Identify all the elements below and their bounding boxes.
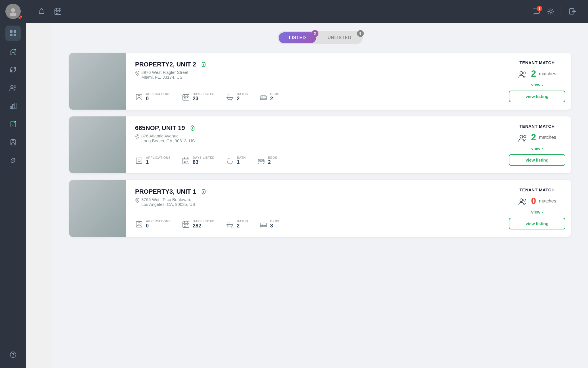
days-icon-1 bbox=[182, 93, 190, 101]
svg-point-76 bbox=[137, 199, 138, 200]
link-icon-3[interactable] bbox=[199, 187, 208, 196]
unlisted-badge: 9 bbox=[357, 30, 364, 37]
property-address-3: 8765 West Pico Boulevard Los Angeles, CA… bbox=[135, 197, 494, 207]
view-link-3[interactable]: view › bbox=[531, 210, 543, 214]
match-count-2: 2 bbox=[531, 132, 536, 143]
svg-rect-5 bbox=[14, 34, 16, 36]
svg-point-78 bbox=[138, 223, 140, 225]
tab-unlisted[interactable]: UNLISTED 9 bbox=[317, 32, 362, 43]
property-title-row-2: 665NOP, UNIT 19 bbox=[135, 124, 494, 132]
stat-applications-3: APPLICATIONS 0 bbox=[135, 219, 171, 229]
bed-icon-1 bbox=[259, 93, 267, 101]
link-icon-2[interactable] bbox=[188, 124, 197, 133]
sidebar-item-documents[interactable] bbox=[5, 116, 21, 132]
bell-icon[interactable] bbox=[37, 7, 45, 15]
svg-point-95 bbox=[520, 199, 523, 202]
property-card-1: PROPERTY2, UNIT 2 bbox=[69, 53, 571, 110]
sidebar-navigation bbox=[0, 26, 26, 168]
property-title-row-1: PROPERTY2, UNIT 2 bbox=[135, 61, 494, 68]
topbar-divider bbox=[562, 5, 562, 18]
svg-point-1 bbox=[10, 12, 16, 16]
stat-days-3: DAYS LISTED 282 bbox=[182, 219, 215, 229]
property-address-2: 876 Atlantic Avenue Long Beach, CA, 9081… bbox=[135, 133, 494, 143]
sidebar-item-home[interactable] bbox=[5, 44, 21, 59]
svg-rect-85 bbox=[187, 224, 188, 225]
user-avatar-container[interactable]: 📌 bbox=[0, 0, 26, 23]
days-icon-2 bbox=[182, 156, 190, 165]
match-label-3: matches bbox=[539, 198, 556, 204]
svg-rect-43 bbox=[187, 97, 188, 98]
location-icon-3 bbox=[135, 198, 140, 203]
match-label-1: matches bbox=[539, 71, 556, 76]
svg-point-54 bbox=[524, 72, 526, 74]
view-listing-btn-1[interactable]: view listing bbox=[509, 91, 565, 102]
sidebar-item-profile[interactable] bbox=[5, 135, 21, 150]
svg-point-96 bbox=[524, 199, 526, 201]
svg-point-16 bbox=[14, 121, 16, 123]
svg-rect-9 bbox=[10, 106, 12, 109]
chat-icon[interactable]: 1 bbox=[532, 7, 540, 15]
tenant-match-title-1: TENANT MATCH bbox=[519, 60, 555, 65]
tenant-icon-2 bbox=[518, 133, 528, 142]
stat-days-1: DAYS LISTED 23 bbox=[182, 92, 215, 102]
svg-point-20 bbox=[13, 356, 13, 357]
tenant-match-count-2: 2 matches bbox=[518, 132, 556, 143]
sidebar-item-help[interactable] bbox=[5, 347, 21, 362]
bath-icon-3 bbox=[226, 220, 234, 229]
svg-rect-26 bbox=[56, 11, 57, 12]
property-info-2: 665NOP, UNIT 19 bbox=[126, 116, 503, 173]
tenant-match-panel-1: TENANT MATCH 2 matches view › view listi… bbox=[503, 53, 571, 110]
calendar-icon[interactable] bbox=[54, 7, 62, 15]
property-address-1: 8976 West Flagler Street Miami, FL, 3317… bbox=[135, 70, 494, 80]
match-count-1: 2 bbox=[531, 68, 536, 79]
tenant-match-panel-3: TENANT MATCH 0 matches view › view listi… bbox=[503, 180, 571, 237]
location-icon-2 bbox=[135, 134, 140, 139]
svg-point-57 bbox=[138, 159, 140, 161]
sidebar: 📌 bbox=[0, 0, 26, 368]
tenant-match-count-3: 0 matches bbox=[518, 196, 556, 206]
svg-rect-63 bbox=[186, 161, 186, 162]
sidebar-item-grid[interactable] bbox=[5, 26, 21, 41]
view-link-1[interactable]: view › bbox=[531, 82, 543, 87]
svg-line-47 bbox=[228, 100, 228, 101]
gear-icon[interactable] bbox=[547, 7, 555, 15]
tab-listed[interactable]: LISTED 3 bbox=[279, 32, 316, 43]
sidebar-item-users[interactable] bbox=[5, 80, 21, 95]
svg-rect-29 bbox=[56, 13, 57, 14]
svg-point-36 bbox=[138, 95, 140, 98]
topbar: 1 bbox=[26, 0, 588, 23]
svg-rect-84 bbox=[186, 224, 186, 225]
applications-icon-1 bbox=[135, 93, 143, 101]
sidebar-item-link[interactable] bbox=[5, 153, 21, 168]
svg-point-75 bbox=[524, 135, 526, 138]
svg-line-69 bbox=[232, 163, 232, 164]
svg-rect-2 bbox=[10, 30, 12, 33]
property-title-1: PROPERTY2, UNIT 2 bbox=[135, 61, 196, 68]
bath-icon-2 bbox=[226, 156, 234, 165]
stat-applications-2: APPLICATIONS 1 bbox=[135, 156, 171, 165]
property-stats-1: APPLICATIONS 0 bbox=[135, 92, 494, 102]
svg-point-0 bbox=[11, 8, 15, 12]
bath-icon-1 bbox=[226, 93, 234, 101]
applications-icon-2 bbox=[135, 156, 143, 165]
stat-baths-3: BATHS 2 bbox=[226, 219, 248, 229]
logout-icon[interactable] bbox=[569, 7, 577, 15]
tenant-icon-3 bbox=[518, 196, 528, 206]
property-image-2 bbox=[69, 116, 126, 173]
sidebar-item-refresh[interactable] bbox=[5, 62, 21, 77]
bed-icon-3 bbox=[259, 220, 267, 229]
property-card-2: 665NOP, UNIT 19 bbox=[69, 116, 571, 173]
view-link-2[interactable]: view › bbox=[531, 146, 543, 151]
svg-rect-42 bbox=[186, 97, 186, 98]
svg-rect-28 bbox=[59, 11, 60, 12]
chat-badge: 1 bbox=[537, 6, 542, 11]
view-listing-btn-3[interactable]: view listing bbox=[509, 218, 565, 229]
property-title-2: 665NOP, UNIT 19 bbox=[135, 124, 185, 132]
sidebar-item-chart[interactable] bbox=[5, 98, 21, 114]
svg-rect-44 bbox=[184, 99, 185, 99]
view-listing-btn-2[interactable]: view listing bbox=[509, 154, 565, 166]
link-icon-1[interactable] bbox=[199, 60, 208, 69]
location-icon-1 bbox=[135, 70, 140, 76]
stat-baths-2: BATH 1 bbox=[226, 156, 246, 165]
svg-rect-3 bbox=[14, 30, 16, 33]
